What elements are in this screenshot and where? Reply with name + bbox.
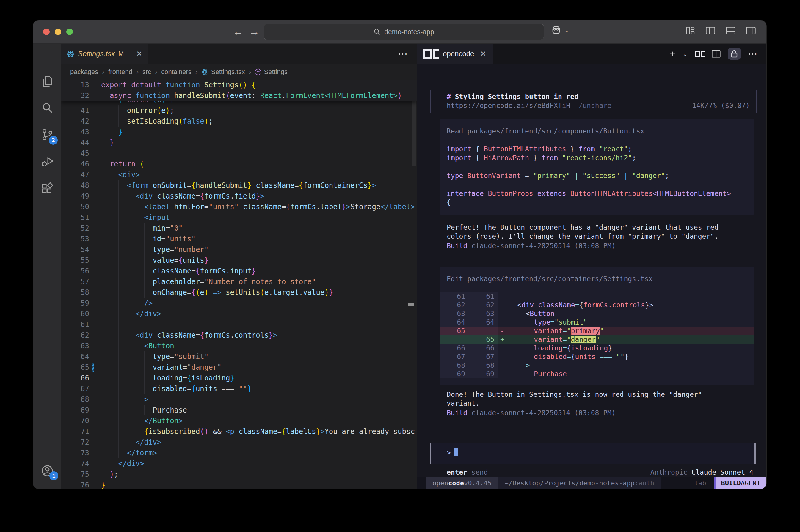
- code-line-44[interactable]: 44 }: [61, 137, 417, 148]
- sidebar-item-search[interactable]: [33, 95, 61, 121]
- code-line-76[interactable]: 76}: [61, 480, 417, 489]
- code-line-13[interactable]: 13export default function Settings() {: [61, 80, 417, 90]
- close-window-button[interactable]: [43, 28, 50, 35]
- split-terminal-icon[interactable]: [712, 50, 721, 58]
- window-controls[interactable]: [43, 28, 73, 35]
- code-line-71[interactable]: 71 {isSubscribed() && <p className={labe…: [61, 426, 417, 437]
- code-line-56[interactable]: 56 className={formCs.input}: [61, 266, 417, 277]
- code-line-60[interactable]: 60 </div>: [61, 308, 417, 319]
- editor-tab-bar: Settings.tsx M ✕ ⋯: [61, 44, 417, 64]
- code-line-72[interactable]: 72 </div>: [61, 437, 417, 448]
- breadcrumb-item-settings-tsx[interactable]: Settings.tsx: [202, 68, 245, 76]
- line-number: 73: [61, 448, 89, 458]
- sidebar-item-explorer[interactable]: [33, 69, 61, 95]
- code-line-67[interactable]: 67 disabled={units === ""}: [61, 383, 417, 394]
- build-meta-line: Build claude-sonnet-4-20250514 (03:08 PM…: [447, 408, 616, 417]
- toggle-right-panel-icon[interactable]: [746, 27, 756, 35]
- code-line-63[interactable]: 63 <Button: [61, 341, 417, 351]
- session-share-url[interactable]: https://opencode.ai/s/eBdFXTiH: [447, 101, 570, 110]
- sidebar-item-extensions[interactable]: [33, 175, 61, 201]
- tab-opencode[interactable]: opencode ✕: [417, 44, 493, 64]
- line-number: 51: [61, 212, 89, 223]
- code-line-53[interactable]: 53 id="units": [61, 234, 417, 244]
- zoom-window-button[interactable]: [66, 28, 73, 35]
- code-line-61[interactable]: 61: [61, 319, 417, 330]
- code-line-51[interactable]: 51 <input: [61, 212, 417, 223]
- code-line-41[interactable]: 41 onError(e);: [61, 105, 417, 116]
- more-actions-icon[interactable]: ⋯: [748, 48, 758, 59]
- toggle-left-panel-icon[interactable]: [706, 27, 715, 35]
- line-number: 44: [61, 137, 89, 148]
- unshare-command[interactable]: /unshare: [578, 101, 611, 110]
- lock-icon[interactable]: [728, 48, 741, 60]
- back-button[interactable]: ←: [233, 25, 244, 38]
- code-line-66[interactable]: 66 loading={isLoading}: [61, 373, 417, 383]
- breadcrumb-item-packages[interactable]: packages: [70, 68, 98, 76]
- code-line-47[interactable]: 47 <div>: [61, 169, 417, 180]
- line-number: 58: [61, 287, 89, 298]
- code-line-42[interactable]: 42 setIsLoading(false);: [61, 116, 417, 127]
- command-center-search[interactable]: demo-notes-app: [264, 24, 544, 40]
- code-line-50[interactable]: 50 <label htmlFor="units" className={for…: [61, 202, 417, 212]
- minimize-window-button[interactable]: [55, 28, 61, 35]
- code-line-54[interactable]: 54 type="number": [61, 244, 417, 255]
- code-line-46[interactable]: 46 return (: [61, 159, 417, 169]
- close-icon[interactable]: ✕: [136, 50, 142, 58]
- code-line-64[interactable]: 64 type="submit": [61, 351, 417, 362]
- sidebar-item-source-control[interactable]: 2: [33, 121, 61, 148]
- sidebar-item-accounts[interactable]: 1: [33, 458, 61, 484]
- code-line-58[interactable]: 58 onChange={(e) => setUnits(e.target.va…: [61, 287, 417, 298]
- sidebar-item-run-debug[interactable]: [33, 148, 61, 174]
- read-code-line: type ButtonVariant = "primary" | "succes…: [447, 171, 747, 180]
- breadcrumb-separator: ›: [249, 68, 251, 76]
- forward-button[interactable]: →: [249, 25, 260, 38]
- tab-settings-tsx[interactable]: Settings.tsx M ✕: [61, 44, 148, 64]
- customize-layout-icon[interactable]: [686, 27, 695, 35]
- line-number: 66: [61, 373, 89, 383]
- sidebar-item-settings[interactable]: ⚙: [33, 484, 61, 489]
- breadcrumb-item-containers[interactable]: containers: [161, 68, 191, 76]
- code-line-62[interactable]: 62 <div className={formCs.controls}>: [61, 330, 417, 341]
- code-line-[interactable]: } catch (e) {: [61, 101, 417, 105]
- code-line-52[interactable]: 52 min="0": [61, 223, 417, 234]
- code-line-43[interactable]: 43 }: [61, 127, 417, 137]
- copilot-menu[interactable]: ⌄: [551, 25, 569, 35]
- agent-mode-badge[interactable]: BUILD AGENT: [717, 477, 766, 489]
- opencode-launch-icon[interactable]: [695, 51, 705, 57]
- code-line-57[interactable]: 57 placeholder="Number of notes to store…: [61, 277, 417, 287]
- symbol-icon: [255, 68, 261, 75]
- code-line-69[interactable]: 69 Purchase: [61, 405, 417, 416]
- editor-more-actions[interactable]: ⋯: [397, 44, 408, 64]
- code-line-55[interactable]: 55 value={units}: [61, 255, 417, 266]
- code-line-59[interactable]: 59 />: [61, 298, 417, 308]
- breadcrumb-separator: ›: [155, 68, 157, 76]
- diff-row: 6363 <Button: [440, 309, 755, 318]
- extensions-icon: [40, 181, 54, 195]
- chevron-down-icon[interactable]: ⌄: [683, 50, 688, 57]
- prompt-input[interactable]: >: [430, 443, 756, 464]
- code-line-65[interactable]: 65 variant="danger": [61, 362, 417, 373]
- read-code-line: [447, 180, 747, 189]
- breadcrumb-item-frontend[interactable]: frontend: [108, 68, 132, 76]
- code-line-32[interactable]: 32 async function handleSubmit(event: Re…: [61, 90, 417, 101]
- code-line-70[interactable]: 70 </Button>: [61, 416, 417, 426]
- code-line-49[interactable]: 49 <div className={formCs.field}>: [61, 191, 417, 202]
- code-line-45[interactable]: 45: [61, 148, 417, 159]
- code-line-68[interactable]: 68 >: [61, 394, 417, 405]
- code-line-48[interactable]: 48 <form onSubmit={handleSubmit} classNa…: [61, 180, 417, 191]
- new-terminal-icon[interactable]: +: [669, 48, 675, 60]
- code-line-73[interactable]: 73 </form>: [61, 448, 417, 458]
- code-line-75[interactable]: 75 );: [61, 469, 417, 480]
- line-number: 49: [61, 191, 89, 202]
- line-number: 60: [61, 308, 89, 319]
- diff-row: 65+ variant="danger": [440, 335, 755, 344]
- session-title: # Styling Settings button in red: [447, 92, 750, 101]
- breadcrumb-item-src[interactable]: src: [143, 68, 151, 76]
- copilot-icon: [551, 25, 561, 35]
- breadcrumb-item-settings[interactable]: Settings: [255, 68, 287, 76]
- code-editor[interactable]: 13export default function Settings() {32…: [61, 80, 417, 489]
- close-icon[interactable]: ✕: [480, 50, 486, 58]
- code-line-74[interactable]: 74 </div>: [61, 458, 417, 469]
- toggle-bottom-panel-icon[interactable]: [726, 27, 736, 35]
- chevron-down-icon: ⌄: [564, 26, 569, 34]
